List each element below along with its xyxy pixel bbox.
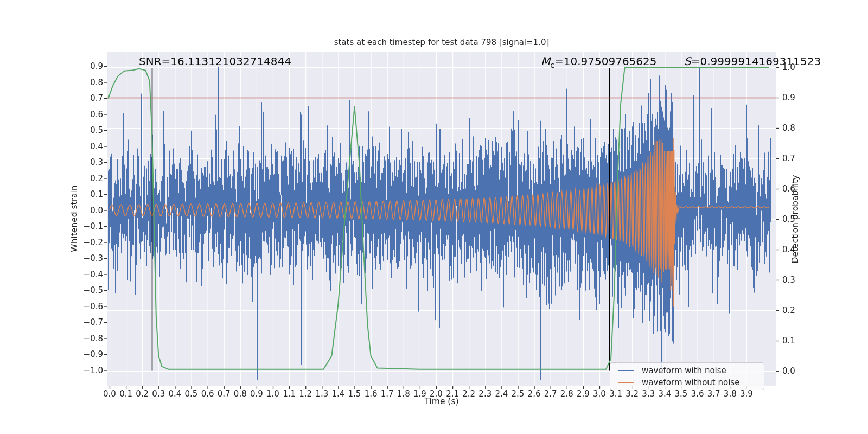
legend-label-with-noise: waveform with noise bbox=[642, 366, 726, 375]
left-tick-label: 0.5 bbox=[79, 125, 103, 135]
left-tick-label: −0.9 bbox=[79, 349, 103, 359]
left-tick-label: −0.6 bbox=[79, 302, 103, 311]
annotation-s-symbol: S bbox=[684, 55, 691, 68]
x-axis-label: Time (s) bbox=[107, 397, 776, 406]
left-tick-label: −0.1 bbox=[79, 221, 103, 231]
right-tick-label: 0.0 bbox=[782, 366, 795, 376]
legend-row-with-noise: waveform with noise bbox=[610, 365, 764, 376]
legend-line-blue bbox=[618, 370, 634, 371]
left-axis-label: Whitened strain bbox=[69, 185, 79, 252]
right-tick-label: 0.9 bbox=[782, 93, 795, 103]
left-tick-label: 0.6 bbox=[79, 110, 103, 119]
left-tick-label: −0.4 bbox=[79, 270, 103, 279]
annotation-significance: S=0.9999914169311523 bbox=[684, 55, 821, 68]
left-tick-label: 0.8 bbox=[79, 78, 103, 87]
left-tick-label: −0.7 bbox=[79, 317, 103, 327]
legend-line-orange bbox=[618, 382, 634, 383]
annotation-mc-subscript: c bbox=[550, 61, 554, 69]
legend-label-without-noise: waveform without noise bbox=[642, 378, 739, 387]
left-tick-label: −0.2 bbox=[79, 238, 103, 247]
chart-title: stats at each timestep for test data 798… bbox=[107, 37, 776, 47]
right-tick-label: 0.1 bbox=[782, 336, 795, 346]
annotation-mc-symbol: M bbox=[541, 55, 550, 68]
figure: stats at each timestep for test data 798… bbox=[0, 0, 868, 434]
annotation-chirp-mass: Mc=10.97509765625 bbox=[541, 55, 657, 69]
left-tick-label: 0.4 bbox=[79, 142, 103, 151]
right-axis-label: Detection probability bbox=[790, 175, 800, 264]
left-tick-label: −0.8 bbox=[79, 334, 103, 343]
legend-row-without-noise: waveform without noise bbox=[610, 377, 764, 388]
left-tick-label: 0.9 bbox=[79, 61, 103, 71]
right-tick-label: 1.0 bbox=[782, 62, 795, 72]
left-tick-label: 0.1 bbox=[79, 189, 103, 199]
annotation-s-value: =0.9999914169311523 bbox=[691, 55, 821, 68]
right-tick-label: 0.7 bbox=[782, 154, 795, 163]
left-tick-label: −0.5 bbox=[79, 285, 103, 295]
annotation-snr-text: SNR=16.113121032714844 bbox=[139, 55, 291, 68]
legend: waveform with noise waveform without noi… bbox=[610, 362, 764, 390]
right-tick-label: 0.2 bbox=[782, 305, 795, 315]
annotation-mc-value: =10.97509765625 bbox=[554, 55, 657, 68]
left-tick-label: −0.3 bbox=[79, 253, 103, 263]
left-tick-label: 0.3 bbox=[79, 157, 103, 167]
left-tick-label: −1.0 bbox=[79, 366, 103, 375]
right-tick-label: 0.3 bbox=[782, 275, 795, 285]
left-tick-label: 0.0 bbox=[79, 206, 103, 215]
right-tick-label: 0.8 bbox=[782, 123, 795, 133]
left-tick-label: 0.7 bbox=[79, 93, 103, 103]
left-tick-label: 0.2 bbox=[79, 174, 103, 183]
annotation-snr: SNR=16.113121032714844 bbox=[139, 55, 291, 68]
